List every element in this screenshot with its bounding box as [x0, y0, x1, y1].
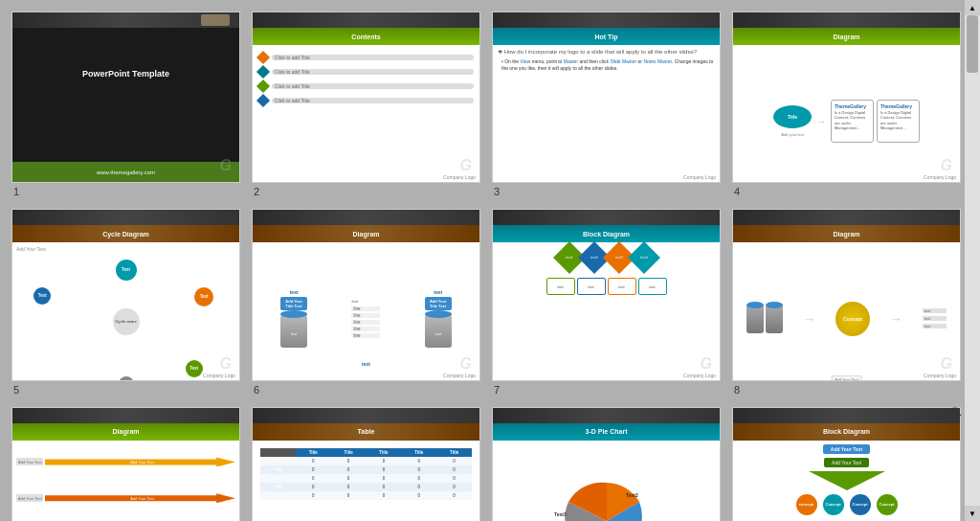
diagram-4-box-1: ThemeGallery Is a Design Digital Content… — [831, 100, 874, 143]
slide-8-footer: Company Logo — [924, 373, 956, 378]
svg-text:Text2: Text2 — [626, 492, 638, 498]
slide-3-footer: Company Logo — [683, 174, 716, 180]
slide-6-footer: Company Logo — [443, 373, 476, 378]
diagram-4-box-2: ThemeGallery Is a Design Digital Content… — [877, 100, 920, 143]
slide-1-website: www.themegallery.com — [97, 170, 155, 175]
slide-number-2: 2 — [252, 186, 259, 197]
slide-5-title: Cycle Diagram — [102, 231, 149, 238]
slide-3[interactable]: Hot Tip ❖ How do I incorporate my logo t… — [492, 11, 721, 183]
slide-7-title: Block Diagram — [583, 231, 630, 238]
cycle-left: Text — [33, 287, 51, 305]
slide-1[interactable]: PowerPoint Template www.themegallery.com… — [11, 11, 240, 183]
bd12-top-label: Add Your Text — [823, 444, 870, 454]
d9-row-2: Add Your Text Add Your Text — [16, 493, 235, 503]
slide-11-title: 3-D Pie Chart — [586, 428, 628, 435]
slide-6-title: Diagram — [352, 231, 379, 238]
scrollbar[interactable]: ▲ ▼ — [965, 0, 980, 521]
content-row-2: Click to add Title — [258, 67, 474, 77]
slide-wrapper-2: Contents Click to add Title Click to add… — [252, 11, 480, 197]
slide-wrapper-11: 3-D Pie Chart — [492, 407, 721, 522]
slide-10-title: Table — [358, 428, 375, 435]
bd12-circle-2: Concept — [823, 494, 844, 515]
cycle-right: Text — [194, 287, 213, 306]
slide-4-footer: Company Logo — [924, 174, 956, 180]
slide-5-footer: Company Logo — [203, 373, 235, 378]
d9-row-1: Add Your Text Add Your Text — [16, 457, 235, 466]
slide-wrapper-3: Hot Tip ❖ How do I incorporate my logo t… — [492, 11, 721, 197]
slide-9-title: Diagram — [112, 428, 139, 435]
slide-11[interactable]: 3-D Pie Chart — [492, 407, 721, 522]
slide-number-4: 4 — [732, 186, 740, 197]
slide-number-8: 8 — [732, 384, 740, 396]
slide-number-3: 3 — [492, 186, 500, 197]
slide-number-7: 7 — [492, 384, 500, 396]
slide-7-footer: Company Logo — [683, 373, 716, 378]
cycle-bottom: Text — [119, 376, 134, 381]
diagram-8-bottom: Add Your Text — [831, 375, 862, 381]
slide-2[interactable]: Contents Click to add Title Click to add… — [252, 11, 480, 183]
slide-wrapper-1: PowerPoint Template www.themegallery.com… — [11, 11, 240, 197]
slide-10[interactable]: Table Title Title Title Title Title — [252, 407, 480, 522]
slides-container: PowerPoint Template www.themegallery.com… — [0, 0, 980, 521]
slide-12-title: Block Diagram — [823, 428, 870, 435]
slide-wrapper-10: Table Title Title Title Title Title — [252, 407, 480, 522]
slide-number-5: 5 — [11, 384, 19, 396]
bd12-mid-label: Add Your Tool — [824, 458, 869, 467]
slide-4[interactable]: Diagram Title Add your text → ThemeGalle… — [732, 11, 961, 183]
cycle-bottom-right: Text — [186, 360, 203, 377]
slide-wrapper-6: Diagram text Add YourTitle Text text tex… — [252, 209, 480, 395]
content-row-1: Click to add Title — [258, 53, 474, 62]
scroll-down-button[interactable]: ▼ — [965, 506, 980, 521]
slide-8-title: Diagram — [833, 231, 859, 238]
bd12-circle-3: Concept — [850, 494, 871, 515]
diagram-8-concept: Concept — [835, 302, 870, 336]
slide-wrapper-9: Diagram Add Your Text Add Your Text Add … — [11, 407, 240, 522]
cycle-top: Text — [116, 260, 137, 281]
slide-wrapper-12: Block Diagram Add Your Text Add Your Too… — [732, 407, 961, 522]
slide-2-title: Contents — [351, 34, 380, 40]
bd12-circle-4: Concept — [877, 494, 898, 515]
cycle-center: Cycle name — [113, 308, 140, 335]
svg-text:Text3: Text3 — [554, 511, 567, 517]
svg-text:Text1: Text1 — [607, 478, 619, 479]
slide-7[interactable]: Block Diagram text1 text2 text3 text4 — [492, 209, 721, 380]
slide-3-question: ❖ How do I incorporate my logo to a slid… — [498, 48, 715, 56]
slide-9[interactable]: Diagram Add Your Text Add Your Text Add … — [11, 407, 240, 522]
data-table: Title Title Title Title Title Title 0000… — [260, 448, 472, 500]
diagram-4-oval: Title — [773, 105, 812, 128]
slide-3-title: Hot Tip — [595, 34, 618, 40]
slide-number-1: 1 — [11, 186, 19, 197]
content-row-3: Click to add Title — [258, 81, 474, 91]
scroll-thumb[interactable] — [967, 15, 978, 73]
slide-2-footer: Company Logo — [443, 174, 476, 180]
slide-wrapper-8: Diagram → Concept → text text text Add Y… — [732, 209, 961, 395]
slide-4-title: Diagram — [833, 34, 859, 40]
slide-8[interactable]: Diagram → Concept → text text text Add Y… — [732, 209, 961, 380]
bd12-circle-1: concept — [796, 494, 817, 515]
content-row-4: Click to add Title — [258, 96, 474, 105]
slide-wrapper-4: Diagram Title Add your text → ThemeGalle… — [732, 11, 961, 197]
slide-number-6: 6 — [252, 384, 259, 396]
slide-3-answer: • On the View menu, point to Master and … — [501, 58, 715, 72]
slide-6[interactable]: Diagram text Add YourTitle Text text tex… — [252, 209, 480, 380]
slide-1-title: PowerPoint Template — [82, 69, 169, 80]
slide-wrapper-7: Block Diagram text1 text2 text3 text4 — [492, 209, 721, 395]
slide-wrapper-5: Cycle Diagram Add Your Text Cycle name T… — [11, 209, 240, 395]
slide-5[interactable]: Cycle Diagram Add Your Text Cycle name T… — [11, 209, 240, 380]
slide-12[interactable]: Block Diagram Add Your Text Add Your Too… — [732, 407, 961, 522]
scroll-up-button[interactable]: ▲ — [965, 0, 980, 15]
pie-chart-svg: Text2 Text7 Text4 Text5 Text3 Text1 — [549, 478, 664, 521]
